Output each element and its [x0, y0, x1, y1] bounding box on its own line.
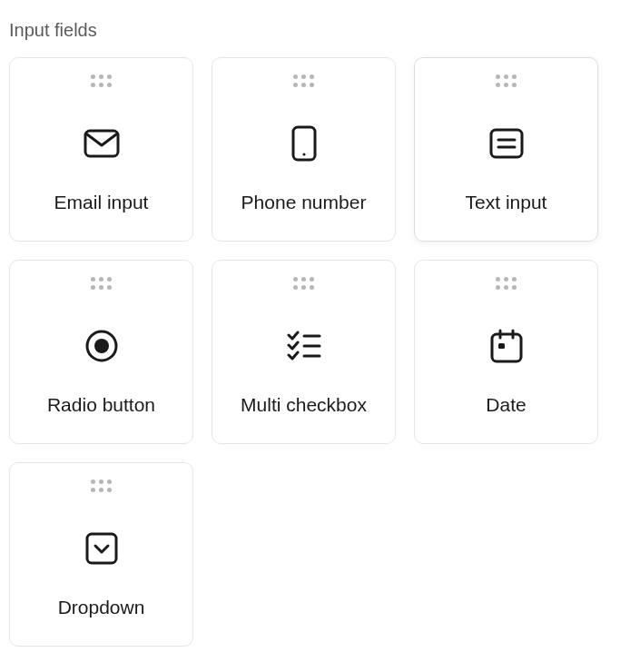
- svg-point-7: [94, 339, 109, 353]
- text-icon: [489, 94, 524, 192]
- svg-rect-0: [85, 131, 118, 156]
- card-dropdown[interactable]: Dropdown: [9, 462, 193, 647]
- drag-handle-icon[interactable]: [496, 74, 517, 87]
- card-label: Dropdown: [58, 597, 145, 618]
- card-label: Phone number: [241, 192, 367, 213]
- envelope-icon: [84, 94, 120, 192]
- card-date[interactable]: Date: [414, 260, 598, 444]
- phone-icon: [291, 94, 317, 192]
- svg-rect-11: [492, 334, 521, 361]
- calendar-icon: [490, 297, 523, 394]
- svg-rect-14: [498, 343, 505, 349]
- card-phone-number[interactable]: Phone number: [212, 57, 396, 242]
- chevron-down-box-icon: [85, 499, 118, 597]
- card-label: Date: [486, 394, 526, 416]
- svg-rect-15: [87, 534, 116, 563]
- drag-handle-icon[interactable]: [91, 479, 112, 492]
- radio-icon: [84, 297, 119, 394]
- card-text-input[interactable]: Text input: [414, 57, 598, 242]
- drag-handle-icon[interactable]: [293, 74, 314, 87]
- cards-grid: Email input Phone number Text i: [9, 57, 621, 647]
- card-label: Email input: [54, 192, 149, 213]
- card-label: Multi checkbox: [241, 394, 367, 416]
- section-title: Input fields: [9, 20, 621, 41]
- card-label: Text input: [466, 192, 547, 213]
- drag-handle-icon[interactable]: [91, 277, 112, 290]
- card-multi-checkbox[interactable]: Multi checkbox: [212, 260, 396, 444]
- card-label: Radio button: [47, 394, 155, 416]
- drag-handle-icon[interactable]: [496, 277, 517, 290]
- svg-point-2: [302, 153, 305, 155]
- card-radio-button[interactable]: Radio button: [9, 260, 193, 444]
- drag-handle-icon[interactable]: [293, 277, 314, 290]
- card-email-input[interactable]: Email input: [9, 57, 193, 242]
- drag-handle-icon[interactable]: [91, 74, 112, 87]
- checklist-icon: [287, 297, 321, 394]
- svg-rect-3: [491, 130, 522, 157]
